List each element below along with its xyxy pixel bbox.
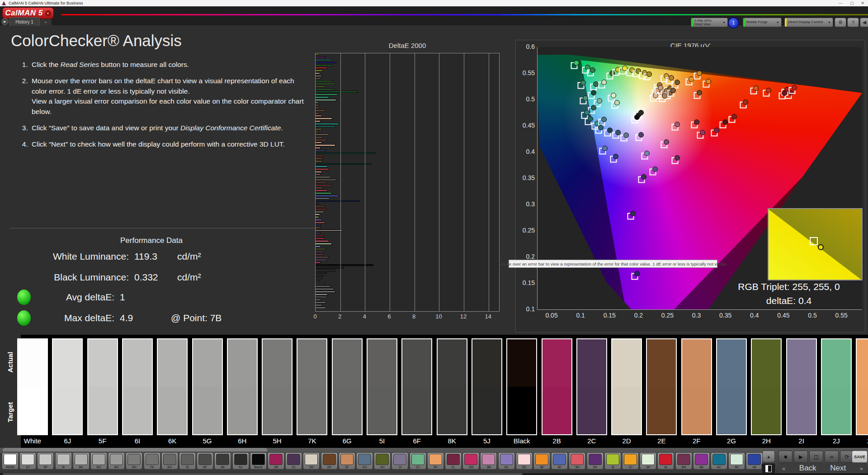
deltae-bar[interactable] <box>316 113 319 114</box>
deltae-bar[interactable] <box>316 147 321 148</box>
deltae-bar[interactable] <box>316 272 327 274</box>
deltae-plot-area[interactable] <box>315 53 500 312</box>
deltae-bar[interactable] <box>316 59 332 61</box>
deltae-bar[interactable] <box>316 104 319 106</box>
deltae-bar[interactable] <box>316 142 322 143</box>
deltae-bar[interactable] <box>316 195 339 196</box>
patch-chip-3H[interactable]: 3H <box>587 452 604 470</box>
deltae-bar[interactable] <box>316 299 321 300</box>
patch-chip-2L[interactable]: 2L <box>445 452 462 470</box>
patch-chip-6K[interactable]: 6K <box>73 452 90 470</box>
deltae-bar[interactable] <box>316 107 320 109</box>
deltae-bar[interactable] <box>316 198 330 199</box>
patch-chip-2J[interactable]: 2J <box>410 452 426 470</box>
deltae-bar[interactable] <box>316 72 320 74</box>
deltae-bar[interactable] <box>316 256 329 258</box>
pattern-window-button[interactable]: ◫ <box>809 451 823 463</box>
tab-ghost[interactable]: ▾ <box>40 19 52 25</box>
deltae-bar[interactable] <box>316 96 329 98</box>
deltae-bar[interactable] <box>316 83 335 85</box>
link-button[interactable]: ∞ <box>825 451 839 463</box>
patch-chip-6G[interactable]: 6G <box>161 452 178 470</box>
deltae-bar[interactable] <box>316 187 323 189</box>
deltae-bar[interactable] <box>316 94 338 95</box>
deltae-bar[interactable] <box>316 246 321 247</box>
deltae-bar[interactable] <box>316 118 332 119</box>
deltae-bar[interactable] <box>316 152 376 154</box>
deltae-bar[interactable] <box>316 224 321 226</box>
patch-chip-8K[interactable]: 8K <box>214 452 231 470</box>
deltae-bar[interactable] <box>316 267 344 268</box>
deltae-bar[interactable] <box>316 57 326 58</box>
patch-chip-4B[interactable]: 4B <box>693 452 710 470</box>
deltae-bar[interactable] <box>316 182 327 183</box>
patch-chip-6I[interactable]: 6I <box>55 452 72 470</box>
patch-chip-3B[interactable]: 3B <box>480 452 497 470</box>
play-button[interactable]: ▶ <box>794 451 808 463</box>
deltae-bar[interactable] <box>316 126 335 127</box>
patch-chip-3G[interactable]: 3G <box>569 452 585 470</box>
deltae-bar[interactable] <box>316 185 332 186</box>
deltae-bar[interactable] <box>316 261 321 263</box>
toolbar-scrollbar[interactable] <box>0 473 868 475</box>
deltae-bar[interactable] <box>316 227 321 228</box>
deltae-bar[interactable] <box>316 211 324 213</box>
deltae-bar[interactable] <box>316 280 320 282</box>
deltae-bar[interactable] <box>316 70 323 71</box>
deltae-bar[interactable] <box>316 179 336 180</box>
deltae-bar[interactable] <box>316 134 329 135</box>
patch-chip-White[interactable]: White <box>2 452 19 470</box>
deltae-bar[interactable] <box>316 89 334 90</box>
deltae-bar[interactable] <box>316 144 335 146</box>
deltae-bar[interactable] <box>316 302 326 303</box>
deltae-bar[interactable] <box>316 78 321 79</box>
patch-chip-6J[interactable]: 6J <box>19 452 36 470</box>
deltae-bar[interactable] <box>316 248 326 250</box>
deltae-bar[interactable] <box>316 209 327 210</box>
deltae-bar[interactable] <box>316 285 330 287</box>
deltae-bar[interactable] <box>316 230 343 231</box>
close-icon[interactable]: ✕ <box>861 1 864 5</box>
patch-chip-4C[interactable]: 4C <box>711 452 727 470</box>
patch-chip-5G[interactable]: 5G <box>90 452 107 470</box>
deltae-bar[interactable] <box>316 158 323 159</box>
deltae-bar[interactable] <box>316 291 335 292</box>
patch-chip-4E[interactable]: 4E <box>746 452 763 470</box>
back-chevron-icon[interactable]: « <box>782 465 785 472</box>
deltae-bar[interactable] <box>316 233 321 234</box>
deltae-bar[interactable] <box>316 294 328 295</box>
meter-count-badge[interactable]: 1 <box>728 17 739 28</box>
deltae-bar[interactable] <box>316 123 339 124</box>
deltae-bar[interactable] <box>316 75 322 76</box>
deltae-bar[interactable] <box>316 296 327 298</box>
deltae-bar[interactable] <box>316 238 325 239</box>
deltae-bar[interactable] <box>316 91 358 92</box>
deltae-bar[interactable] <box>316 166 328 167</box>
patch-chip-3K[interactable]: 3K <box>640 452 656 470</box>
deltae-bar[interactable] <box>316 102 319 103</box>
deltae-bar[interactable] <box>316 219 322 220</box>
deltae-bar[interactable] <box>316 275 324 276</box>
deltae-bar[interactable] <box>316 81 333 82</box>
patch-chip-2F[interactable]: 2F <box>339 452 355 470</box>
help-button[interactable]: ? <box>847 18 859 27</box>
deltae-bar[interactable] <box>316 176 330 178</box>
patch-chip-5F[interactable]: 5F <box>37 452 54 470</box>
deltae-bar[interactable] <box>316 137 323 138</box>
deltae-bar[interactable] <box>316 139 327 141</box>
deltae-bar[interactable] <box>316 190 328 191</box>
deltae-bar[interactable] <box>316 307 326 309</box>
deltae-bar[interactable] <box>316 131 319 133</box>
deltae-bar[interactable] <box>316 203 319 204</box>
patch-chip-2I[interactable]: 2I <box>392 452 408 470</box>
patch-chip-3C[interactable]: 3C <box>498 452 515 470</box>
deltae-bar[interactable] <box>316 67 328 68</box>
settings-button[interactable]: ⚙ <box>835 18 846 27</box>
deltae-bar[interactable] <box>316 288 334 290</box>
deltae-bar[interactable] <box>316 216 319 218</box>
toolbar-scrollbar-thumb[interactable] <box>3 473 523 475</box>
maximize-icon[interactable]: ▢ <box>850 1 854 5</box>
patch-chip-6H[interactable]: 6H <box>108 452 125 470</box>
deltae-bar[interactable] <box>316 115 322 116</box>
deltae-bar[interactable] <box>316 200 360 202</box>
